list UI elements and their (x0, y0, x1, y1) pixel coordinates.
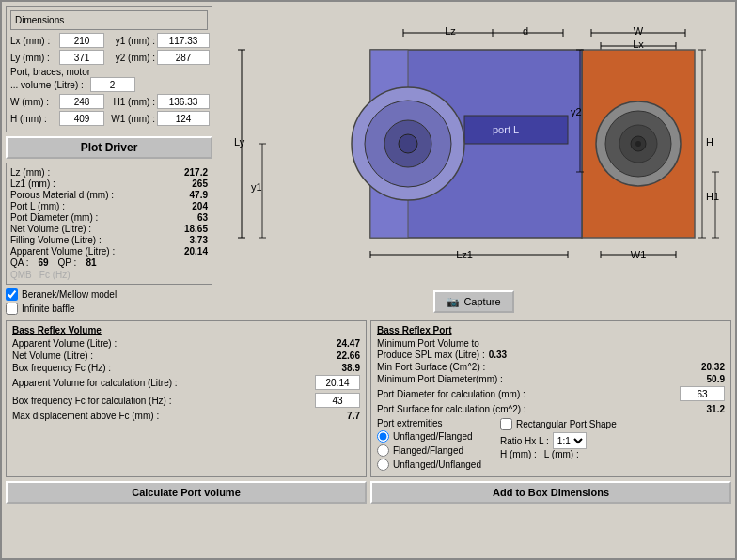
br-box-freq-calc-label: Box frequency Fc for calculation (Hz) : (12, 396, 311, 406)
infinite-baffle-label: Infinite baffle (22, 303, 75, 314)
min-port-surf-label: Min Port Surface (Cm^2) : (377, 362, 485, 372)
min-port-dia-row: Minimum Port Diameter(mm) : 50.9 (377, 374, 725, 384)
svg-point-25 (635, 141, 641, 147)
unflanged-unflanged-label: Unflanged/Unflanged (393, 459, 481, 470)
lz-row: Lz (mm) : 217.2 (10, 167, 208, 178)
produce-spl-label: Produce SPL max (Litre) : (377, 350, 485, 360)
qmb-label: QMB (10, 270, 32, 280)
bass-reflex-volume-panel: Bass Reflex Volume Apparent Volume (Litr… (6, 320, 367, 477)
w-input[interactable] (59, 94, 104, 109)
ly-input[interactable] (59, 50, 104, 65)
net-vol-label: Net Volume (Litre) : (10, 224, 91, 234)
porous-value: 47.9 (190, 190, 208, 200)
port-dia-label: Port Diameter (mm) : (10, 212, 98, 223)
add-box-button[interactable]: Add to Box Dimensions (370, 481, 731, 504)
bass-reflex-vol-title: Bass Reflex Volume (12, 325, 360, 335)
br-net-vol-label: Net Volume (Litre) : (12, 350, 93, 361)
h-input[interactable] (59, 111, 104, 126)
y1-input[interactable] (157, 33, 210, 48)
lz-label: Lz (mm) : (10, 167, 50, 178)
net-vol-row: Net Volume (Litre) : 18.65 (10, 224, 208, 234)
port-l-label: Port L (mm) : (10, 201, 65, 211)
ly-label: Ly (mm) : (10, 53, 57, 63)
unflanged-flanged-row: Unflanged/Flanged (377, 430, 481, 443)
port-braces-label: Port, braces, motor ... volume (Litre) : (10, 67, 208, 92)
port-dia-calc-input[interactable] (680, 386, 725, 401)
port-volume-input[interactable] (90, 77, 135, 92)
br-max-disp-label: Max displacement above Fc (mm) : (12, 411, 159, 421)
beranek-checkbox-row: Beranek/Mellow model (6, 288, 212, 301)
lx-input[interactable] (59, 33, 104, 48)
svg-text:H: H (706, 136, 713, 148)
ratio-hx-row: Ratio Hx L : 1:1 (500, 432, 617, 449)
br-apparent-calc-row: Apparent Volume for calculation (Litre) … (12, 375, 360, 390)
lx-label: Lx (mm) : (10, 36, 57, 46)
h-label: H (mm) : (10, 114, 57, 124)
port-surf-calc-row: Port Surface for calculation (cm^2) : 31… (377, 404, 725, 414)
br-box-freq-row: Box frequency Fc (Hz) : 38.9 (12, 363, 360, 373)
br-box-freq-calc-input[interactable] (315, 393, 360, 408)
min-port-vol-label: Minimum Port Volume to (377, 338, 725, 349)
svg-text:H1: H1 (706, 191, 719, 202)
w1-input[interactable] (157, 111, 210, 126)
svg-text:d: d (523, 25, 528, 37)
h1-input[interactable] (157, 94, 210, 109)
ratio-hx-label: Ratio Hx L : (500, 436, 549, 446)
filling-vol-value: 3.73 (190, 235, 208, 245)
y2-input[interactable] (157, 50, 210, 65)
br-apparent-vol-label: Apparent Volume (Litre) : (12, 338, 117, 349)
svg-text:Lx: Lx (633, 39, 644, 50)
plot-driver-button[interactable]: Plot Driver (6, 136, 212, 159)
lz1-row: Lz1 (mm) : 265 (10, 179, 208, 189)
br-apparent-calc-input[interactable] (315, 375, 360, 390)
br-max-disp-value: 7.7 (347, 411, 360, 421)
rect-port-group: Rectangular Port Shape Ratio Hx L : 1:1 … (500, 418, 617, 473)
diagram-area: W Lx Lz d (220, 9, 728, 287)
lz1-label: Lz1 (mm) : (10, 179, 55, 189)
port-surf-calc-label: Port Surface for calculation (cm^2) : (377, 404, 526, 414)
rect-port-checkbox[interactable] (500, 418, 512, 430)
flanged-flanged-radio[interactable] (377, 444, 389, 457)
port-surf-calc-value: 31.2 (707, 404, 725, 414)
dimensions-group: Dimensions Lx (mm) : y1 (mm) : Ly (mm) :… (6, 6, 212, 132)
beranek-checkbox[interactable] (6, 288, 18, 301)
y1-label: y1 (mm) : (106, 36, 155, 46)
rect-port-check-row: Rectangular Port Shape (500, 418, 617, 430)
bass-reflex-port-panel: Bass Reflex Port Minimum Port Volume to … (370, 320, 731, 477)
br-net-vol-row: Net Volume (Litre) : 22.66 (12, 350, 360, 361)
port-dia-row: Port Diameter (mm) : 63 (10, 212, 208, 223)
capture-label: Capture (463, 296, 500, 307)
w-label: W (mm) : (10, 97, 57, 107)
svg-text:port L: port L (493, 124, 519, 135)
top-section: Dimensions Lx (mm) : y1 (mm) : Ly (mm) :… (6, 6, 731, 317)
produce-spl-row: Produce SPL max (Litre) : 0.33 (377, 350, 725, 360)
br-box-freq-value: 38.9 (342, 363, 360, 373)
beranek-label: Beranek/Mellow model (22, 289, 117, 300)
right-diagram: W Lx Lz d (216, 6, 731, 317)
br-max-disp-row: Max displacement above Fc (mm) : 7.7 (12, 411, 360, 421)
br-apparent-vol-value: 24.47 (337, 338, 360, 349)
capture-button[interactable]: 📷 Capture (433, 290, 513, 313)
h-row: H (mm) : W1 (mm) : (10, 111, 208, 126)
unflanged-unflanged-radio[interactable] (377, 459, 389, 471)
svg-text:y1: y1 (251, 181, 262, 193)
bottom-section: Bass Reflex Volume Apparent Volume (Litr… (6, 320, 731, 477)
lx-row: Lx (mm) : y1 (mm) : (10, 33, 208, 48)
w1-label: W1 (mm) : (106, 114, 155, 124)
apparent-vol-row: Apparent Volume (Litre) : 20.14 (10, 246, 208, 257)
l-mm-label: L (mm) : (544, 449, 579, 459)
w-row: W (mm) : H1 (mm) : (10, 94, 208, 109)
ratio-hx-select[interactable]: 1:1 (553, 432, 587, 449)
apparent-vol-label: Apparent Volume (Litre) : (10, 246, 115, 257)
port-dia-value: 63 (197, 212, 208, 223)
infinite-baffle-checkbox[interactable] (6, 303, 18, 315)
qmb-row: QMB Fc (Hz) (10, 270, 208, 280)
br-apparent-calc-label: Apparent Volume for calculation (Litre) … (12, 378, 311, 388)
unflanged-flanged-radio[interactable] (377, 430, 389, 443)
main-container: Dimensions Lx (mm) : y1 (mm) : Ly (mm) :… (0, 0, 737, 560)
porous-label: Porous Material d (mm) : (10, 190, 114, 200)
qa-value: 69 (38, 257, 48, 268)
calc-port-button[interactable]: Calculate Port volume (6, 481, 367, 504)
port-extremities-section: Port extremities Unflanged/Flanged Flang… (377, 418, 725, 473)
port-l-value: 204 (192, 201, 208, 211)
